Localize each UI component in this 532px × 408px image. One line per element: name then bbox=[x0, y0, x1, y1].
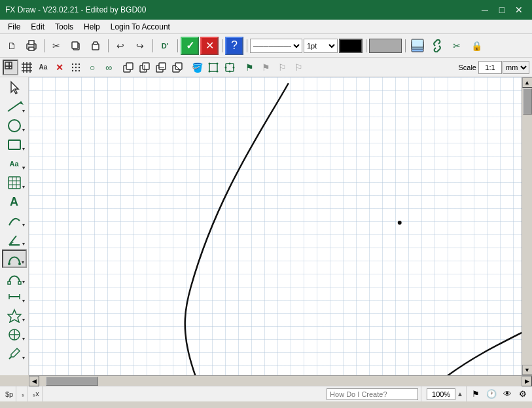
horizontal-scrollbar[interactable]: ◀ ▶ bbox=[29, 375, 532, 386]
scroll-down-btn[interactable]: ▼ bbox=[522, 365, 533, 375]
svg-point-44 bbox=[209, 70, 211, 72]
svg-rect-7 bbox=[94, 42, 98, 45]
print-button[interactable] bbox=[22, 37, 41, 55]
flag-btn[interactable]: ⚑ bbox=[469, 388, 482, 401]
sep5 bbox=[220, 37, 224, 55]
sep4 bbox=[175, 37, 179, 55]
menu-edit[interactable]: Edit bbox=[26, 21, 50, 33]
derivative-button[interactable]: D' bbox=[156, 37, 174, 55]
svg-rect-64 bbox=[8, 282, 10, 284]
scroll-right-btn[interactable]: ▶ bbox=[522, 376, 532, 386]
scroll-thumb-h[interactable] bbox=[46, 377, 98, 386]
dup1-btn[interactable] bbox=[120, 60, 136, 75]
paste-button[interactable] bbox=[86, 37, 105, 55]
undo-button[interactable]: ↩ bbox=[111, 37, 130, 55]
text-tool[interactable]: A bbox=[2, 193, 27, 211]
svg-rect-11 bbox=[5, 62, 9, 66]
flag3-btn[interactable]: ⚐ bbox=[274, 60, 290, 75]
menu-file[interactable]: File bbox=[3, 21, 26, 33]
scroll-up-btn[interactable]: ▲ bbox=[522, 77, 533, 88]
transform2-btn[interactable] bbox=[222, 60, 238, 75]
select-tool[interactable] bbox=[2, 79, 27, 97]
window-controls: ─ □ ✕ bbox=[477, 2, 527, 18]
curve-tool[interactable]: ▾ bbox=[2, 212, 27, 230]
symbol-tool[interactable]: ▾ bbox=[2, 306, 27, 325]
settings-btn[interactable]: ⚙ bbox=[516, 388, 529, 401]
svg-point-62 bbox=[8, 263, 10, 265]
view-btn[interactable]: 👁 bbox=[501, 388, 514, 401]
circle-tool[interactable]: ▾ bbox=[2, 117, 27, 135]
svg-point-21 bbox=[72, 63, 73, 64]
help-button[interactable]: ? bbox=[225, 37, 243, 55]
eyedropper-tool[interactable]: ▾ bbox=[2, 344, 27, 363]
flag4-btn[interactable]: ⚐ bbox=[291, 60, 306, 75]
lock-btn[interactable]: 🔒 bbox=[467, 37, 486, 55]
scale-input[interactable] bbox=[478, 61, 502, 74]
layer-btn[interactable] bbox=[408, 37, 427, 55]
angle-tool[interactable]: ▾ bbox=[2, 231, 27, 249]
scroll-thumb-v[interactable] bbox=[523, 88, 532, 115]
scroll-track-h[interactable] bbox=[39, 376, 522, 386]
maximize-button[interactable]: □ bbox=[494, 2, 510, 18]
rectangle-tool[interactable]: ▾ bbox=[2, 136, 27, 154]
pattern-picker[interactable] bbox=[369, 39, 402, 53]
copy-button[interactable] bbox=[67, 37, 85, 55]
scroll-left-btn[interactable]: ◀ bbox=[29, 376, 39, 386]
new-button[interactable]: 🗋 bbox=[3, 37, 21, 55]
bezier-tool[interactable]: ▾ bbox=[2, 250, 27, 268]
check-button[interactable]: ✓ bbox=[181, 37, 199, 55]
scroll-track-v[interactable] bbox=[522, 88, 532, 365]
chain-btn[interactable]: ∞ bbox=[101, 60, 116, 75]
history-btn[interactable]: 🕐 bbox=[485, 388, 498, 401]
svg-point-23 bbox=[79, 63, 80, 64]
svg-point-22 bbox=[75, 63, 77, 64]
line-weight-select[interactable]: 1pt 2pt 3pt 4pt bbox=[304, 39, 338, 53]
sep6 bbox=[245, 37, 249, 55]
cut-button[interactable]: ✂ bbox=[47, 37, 65, 55]
grid-lines-btn[interactable] bbox=[19, 60, 35, 75]
paint-btn[interactable]: 🪣 bbox=[189, 60, 205, 75]
lasso-btn[interactable]: ○ bbox=[84, 60, 100, 75]
cross-btn[interactable]: ✕ bbox=[52, 60, 67, 75]
grid-tool[interactable]: ▾ bbox=[2, 174, 27, 192]
menu-tools[interactable]: Tools bbox=[50, 21, 79, 33]
transform1-btn[interactable] bbox=[205, 60, 221, 75]
minimize-button[interactable]: ─ bbox=[477, 2, 493, 18]
svg-point-42 bbox=[209, 62, 211, 64]
scale-unit-select[interactable]: mm cm in bbox=[503, 61, 529, 74]
dup2-btn[interactable] bbox=[137, 60, 152, 75]
coord2: ₛ bbox=[22, 390, 24, 398]
search-input[interactable] bbox=[327, 388, 418, 400]
dup3-btn[interactable] bbox=[153, 60, 169, 75]
dimension-tool[interactable]: ▾ bbox=[2, 287, 27, 306]
zoom-input[interactable] bbox=[427, 388, 455, 400]
scissors-btn[interactable]: ✂ bbox=[448, 37, 466, 55]
dot-grid-btn[interactable] bbox=[68, 60, 84, 75]
flag2-btn[interactable]: ⚑ bbox=[258, 60, 274, 75]
node-edit-tool[interactable]: ▾ bbox=[2, 269, 27, 287]
snap-tool[interactable]: ▾ bbox=[2, 325, 27, 344]
line-tool[interactable]: ▾ bbox=[2, 98, 27, 116]
line-style-select[interactable]: ───────── - - - - - · · · · · bbox=[250, 39, 302, 53]
flag1-btn[interactable]: ⚑ bbox=[241, 60, 257, 75]
menu-login[interactable]: Login To Account bbox=[105, 21, 175, 33]
svg-point-25 bbox=[75, 66, 77, 67]
cancel-button[interactable]: ✕ bbox=[200, 37, 219, 55]
svg-rect-65 bbox=[18, 282, 21, 284]
svg-line-61 bbox=[9, 236, 16, 245]
canvas-area[interactable]: ▲ ▼ bbox=[29, 77, 532, 375]
menu-help[interactable]: Help bbox=[79, 21, 105, 33]
vertical-scrollbar[interactable]: ▲ ▼ bbox=[522, 77, 532, 375]
text-snap-btn[interactable]: Aa bbox=[35, 60, 51, 75]
text-label-tool[interactable]: Aa▾ bbox=[2, 155, 27, 173]
drawing-canvas[interactable] bbox=[29, 77, 522, 375]
zoom-up-btn[interactable]: ▲ bbox=[457, 390, 463, 398]
link-btn[interactable] bbox=[428, 37, 446, 55]
svg-point-48 bbox=[225, 66, 227, 68]
grid-dots-btn[interactable] bbox=[3, 60, 18, 75]
dup4-btn[interactable] bbox=[169, 60, 185, 75]
close-button[interactable]: ✕ bbox=[511, 2, 527, 18]
redo-button[interactable]: ↪ bbox=[131, 37, 149, 55]
color-picker[interactable] bbox=[339, 39, 363, 53]
svg-rect-14 bbox=[9, 66, 12, 69]
